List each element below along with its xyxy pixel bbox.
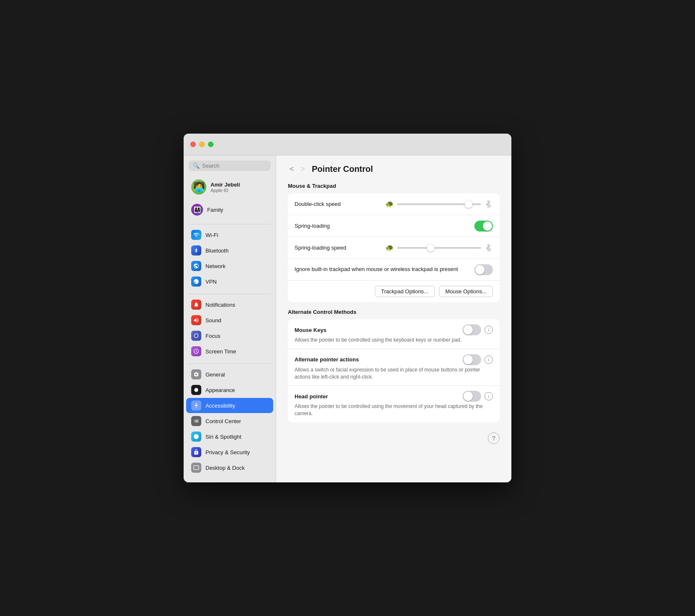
sidebar-item-family[interactable]: 👨‍👩‍👧 Family [186, 201, 273, 218]
search-bar[interactable]: 🔍 [189, 161, 271, 171]
trackpad-mouse-options-row: Trackpad Options... Mouse Options... [288, 281, 500, 302]
mouse-keys-info-button[interactable]: i [484, 326, 493, 334]
mouse-keys-header: Mouse Keys i [295, 324, 493, 335]
spring-loading-label: Spring-loading [295, 223, 474, 229]
sidebar-item-wifi-label: Wi-Fi [205, 232, 218, 238]
sidebar-item-siri[interactable]: Siri & Spotlight [186, 429, 273, 444]
user-info: Amir Jebeli Apple ID [211, 182, 240, 193]
notifications-icon [191, 300, 201, 310]
sound-icon [191, 315, 201, 325]
traffic-lights [190, 142, 213, 147]
double-click-speed-track[interactable] [397, 203, 481, 205]
sidebar-item-bluetooth[interactable]: Bluetooth [186, 243, 273, 258]
head-pointer-header: Head pointer i [295, 391, 493, 402]
mouse-trackpad-card: Double-click speed 🐢 🐇 Spring-loading [288, 193, 500, 302]
sidebar-item-bluetooth-label: Bluetooth [205, 247, 229, 254]
sidebar-item-general[interactable]: General [186, 367, 273, 382]
network-icon [191, 261, 201, 271]
sidebar-item-desktop[interactable]: Desktop & Dock [186, 460, 273, 475]
sidebar-divider-1 [189, 224, 271, 224]
alternate-control-section-title: Alternate Control Methods [288, 309, 500, 315]
back-button[interactable]: < [288, 164, 296, 174]
mouse-keys-toggle-knob [463, 325, 473, 334]
sidebar-item-appearance-label: Appearance [205, 387, 235, 393]
mouse-keys-row: Mouse Keys i Allows the pointer to be co… [288, 319, 500, 349]
user-profile[interactable]: 🧑‍💻 Amir Jebeli Apple ID [186, 176, 273, 198]
siri-icon [191, 432, 201, 442]
sidebar-item-network[interactable]: Network [186, 258, 273, 274]
spring-loading-speed-row: Spring-loading speed 🐢 🐇 [288, 237, 500, 259]
slow-icon: 🐢 [385, 200, 394, 208]
spring-loading-speed-thumb[interactable] [427, 244, 434, 252]
alt-pointer-row: Alternate pointer actions i Allows a swi… [288, 349, 500, 386]
head-pointer-label: Head pointer [295, 393, 463, 400]
sidebar-item-general-label: General [205, 371, 225, 378]
forward-button[interactable]: > [299, 164, 307, 174]
sidebar-item-screentime[interactable]: Screen Time [186, 344, 273, 359]
ignore-trackpad-row: Ignore built-in trackpad when mouse or w… [288, 259, 500, 281]
avatar: 🧑‍💻 [191, 179, 206, 195]
double-click-speed-label: Double-click speed [295, 201, 385, 207]
head-pointer-desc: Allows the pointer to be controlled usin… [295, 403, 493, 417]
head-pointer-toggle[interactable] [463, 391, 481, 402]
sidebar-item-wifi[interactable]: Wi-Fi [186, 227, 273, 242]
sidebar-item-notifications[interactable]: Notifications [186, 297, 273, 312]
sidebar-item-controlcenter-label: Control Center [205, 418, 241, 424]
sidebar-item-desktop-label: Desktop & Dock [205, 465, 245, 471]
ignore-trackpad-toggle[interactable] [474, 264, 493, 275]
double-click-speed-thumb[interactable] [465, 200, 472, 208]
mouse-options-button[interactable]: Mouse Options... [439, 286, 493, 297]
spring-loading-speed-label: Spring-loading speed [295, 245, 385, 251]
fast-icon-2: 🐇 [484, 244, 493, 252]
ignore-trackpad-label: Ignore built-in trackpad when mouse or w… [295, 266, 474, 273]
alt-pointer-header: Alternate pointer actions i [295, 354, 493, 365]
desktop-icon [191, 463, 201, 473]
ignore-trackpad-toggle-knob [475, 265, 484, 274]
family-avatar: 👨‍👩‍👧 [191, 204, 203, 216]
page-title: Pointer Control [312, 164, 373, 174]
focus-icon [191, 331, 201, 341]
double-click-speed-slider-container: 🐢 🐇 [385, 200, 493, 208]
head-pointer-toggle-knob [463, 392, 473, 401]
family-label: Family [207, 207, 268, 213]
sidebar-item-privacy-label: Privacy & Security [205, 449, 250, 455]
minimize-button[interactable] [199, 142, 205, 147]
mouse-keys-toggle[interactable] [463, 324, 481, 335]
sidebar-item-focus[interactable]: Focus [186, 328, 273, 343]
sidebar-item-privacy[interactable]: Privacy & Security [186, 445, 273, 460]
svg-point-1 [196, 403, 197, 404]
sidebar-item-sound[interactable]: Sound [186, 313, 273, 328]
sidebar-network-section: Wi-Fi Bluetooth Ne [184, 227, 276, 290]
avatar-emoji: 🧑‍💻 [193, 182, 205, 192]
bluetooth-icon [191, 245, 201, 255]
head-pointer-info-button[interactable]: i [484, 392, 493, 400]
maximize-button[interactable] [208, 142, 213, 147]
sidebar-item-appearance[interactable]: Appearance [186, 382, 273, 398]
sidebar-item-vpn-label: VPN [205, 279, 217, 285]
appearance-icon [191, 385, 201, 395]
user-name: Amir Jebeli [211, 182, 240, 188]
trackpad-options-button[interactable]: Trackpad Options... [375, 286, 435, 297]
spring-loading-row: Spring-loading [288, 215, 500, 237]
sidebar-item-controlcenter[interactable]: Control Center [186, 413, 273, 429]
alt-pointer-label: Alternate pointer actions [295, 356, 463, 363]
alt-pointer-toggle[interactable] [463, 354, 481, 365]
sidebar: 🔍 🧑‍💻 Amir Jebeli Apple ID 👨‍👩‍👧 Family [184, 155, 276, 482]
sidebar-item-vpn[interactable]: VPN [186, 274, 273, 289]
main-window: 🔍 🧑‍💻 Amir Jebeli Apple ID 👨‍👩‍👧 Family [184, 134, 511, 482]
controlcenter-icon [191, 416, 201, 426]
spring-loading-toggle-knob [483, 221, 492, 231]
help-button[interactable]: ? [488, 432, 500, 444]
sidebar-item-accessibility[interactable]: Accessibility [186, 398, 273, 413]
search-input[interactable] [202, 163, 266, 169]
family-avatar-emoji: 👨‍👩‍👧 [194, 206, 201, 213]
close-button[interactable] [190, 142, 196, 147]
screentime-icon [191, 346, 201, 356]
sidebar-item-focus-label: Focus [205, 333, 220, 339]
spring-loading-speed-track[interactable] [397, 247, 481, 249]
fast-icon: 🐇 [484, 200, 493, 208]
spring-loading-toggle[interactable] [474, 221, 493, 232]
sidebar-system-section: Notifications Sound [184, 297, 276, 359]
alt-pointer-info-button[interactable]: i [484, 355, 493, 364]
sidebar-item-sound-label: Sound [205, 317, 221, 324]
